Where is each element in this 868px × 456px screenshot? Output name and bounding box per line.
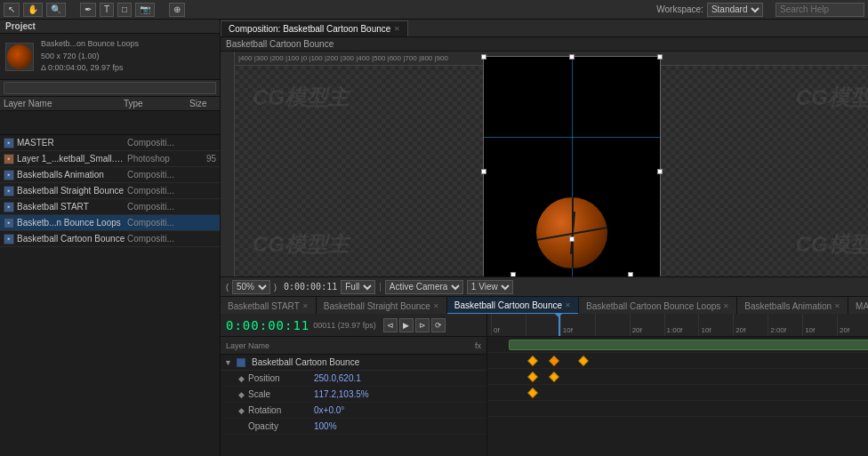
tl-tab-anims-label: Basketballs Animation: [744, 301, 832, 311]
viewer-zoom-paren: ): [274, 283, 277, 292]
ruler-1s20f: 20f: [733, 314, 768, 336]
timeline-fps: 00011 (29.97 fps): [313, 321, 376, 330]
project-search-input[interactable]: [4, 82, 216, 94]
tl-track-position: [487, 353, 868, 369]
timeline-left-controls: 0:00:00:11 00011 (29.97 fps) ⊲ ▶ ⊳ ⟳: [221, 314, 487, 336]
layer-name-psd: Layer 1_...ketball_Small.psd: [17, 154, 127, 164]
layer-row-straight[interactable]: ▪ Basketball Straight Bounce Compositi..…: [0, 183, 220, 199]
layer-name-straight: Basketball Straight Bounce: [17, 186, 127, 196]
tl-keyframe-scale-2[interactable]: [550, 372, 559, 381]
tl-expand-basketball[interactable]: ▼: [224, 358, 233, 367]
layer-row-master[interactable]: ▪ MASTER Compositi...: [0, 135, 220, 151]
tl-tab-master[interactable]: MASTER ✕: [848, 297, 868, 314]
tl-btn-play[interactable]: ▶: [399, 318, 414, 332]
sel-handle-tc: [569, 54, 575, 60]
comp-inner-title-bar: Basketball Cartoon Bounce: [221, 37, 868, 52]
tl-track-bar-main[interactable]: [509, 340, 868, 350]
viewer-camera-select[interactable]: Active Camera: [385, 280, 463, 294]
tl-tab-anims-close[interactable]: ✕: [834, 302, 840, 310]
toolbar-select[interactable]: ↖: [4, 3, 20, 17]
tl-ruler-marks: 0f 10f 20f 1:00f 10f 20f 2:00f 10f 20f 3…: [487, 314, 868, 336]
ruler-15f: [595, 314, 630, 336]
tl-tab-cartoon[interactable]: Basketball Cartoon Bounce ✕: [447, 297, 579, 314]
tl-layer-name-col: Layer Name: [226, 341, 471, 350]
project-search-bar: [0, 80, 220, 97]
tl-btn-loop[interactable]: ⟳: [431, 318, 446, 332]
tl-keyframe-pos-3[interactable]: [579, 356, 589, 365]
project-panel: Project Basketb...on Bounce Loops 500 x …: [0, 20, 220, 135]
basketball-container: [536, 197, 607, 268]
timeline-playhead[interactable]: [559, 314, 560, 336]
timeline-body: Layer Name fx ▼ Basketball Cartoon Bounc…: [221, 337, 868, 456]
tl-keyframe-pos-1[interactable]: [528, 356, 538, 365]
top-toolbar: ↖ ✋ 🔍 ✒ T □ 📷 ⊕ Workspace: Standard: [0, 0, 868, 20]
tl-tab-straight-close[interactable]: ✕: [433, 302, 439, 310]
timeline: 0:00:00:11 00011 (29.97 fps) ⊲ ▶ ⊳ ⟳ 0f: [221, 314, 868, 456]
timeline-timecode[interactable]: 0:00:00:11: [226, 318, 309, 332]
tl-tab-loops[interactable]: Basketball Cartoon Bounce Loops ✕: [579, 297, 737, 314]
tl-tab-loops-label: Basketball Cartoon Bounce Loops: [586, 301, 720, 311]
layer-row-bounce-loops[interactable]: ▪ Basketb...n Bounce Loops Compositi...: [0, 215, 220, 231]
toolbar-hand[interactable]: ✋: [23, 3, 43, 17]
tl-layer-fx-col: fx: [475, 341, 481, 350]
watermark-2: CG模型主: [796, 84, 868, 112]
tl-prop-scale-val[interactable]: 117.2,103.5%: [314, 389, 483, 399]
tl-track-main: [487, 337, 868, 353]
tl-tab-loops-close[interactable]: ✕: [723, 302, 729, 310]
tl-prop-pos-icon: ◆: [238, 374, 245, 383]
viewer-bottom-bar: ( 50% ) 0:00:00:11 Full | Active Camera …: [221, 276, 868, 296]
tl-prop-rot-val[interactable]: 0x+0.0°: [314, 405, 483, 415]
layer-row-start[interactable]: ▪ Basketball START Compositi...: [0, 199, 220, 215]
timeline-transport: ⊲ ▶ ⊳ ⟳: [383, 318, 446, 332]
tl-prop-pos-val[interactable]: 250.0,620.1: [314, 373, 483, 383]
search-help-input[interactable]: [776, 3, 864, 17]
toolbar-shape[interactable]: □: [117, 3, 132, 17]
workspace-select[interactable]: Standard: [707, 3, 763, 17]
layer-type-start: Compositi...: [127, 202, 189, 212]
viewer-zoom-label: (: [226, 283, 229, 292]
tl-track-opacity: [487, 401, 868, 417]
guide-horizontal-1: [484, 137, 660, 138]
project-thumbnail: [5, 43, 34, 71]
sel-handle-rm: [657, 169, 663, 174]
tl-keyframe-scale-1[interactable]: [528, 372, 538, 381]
comp-tab-main-close[interactable]: ✕: [394, 25, 400, 33]
viewer-views-select[interactable]: 1 View: [467, 280, 513, 294]
tl-prop-op-val[interactable]: 100%: [314, 421, 483, 431]
toolbar-pen[interactable]: ✒: [80, 3, 96, 17]
comp-tab-main[interactable]: Composition: Basketball Cartoon Bounce ✕: [221, 20, 408, 36]
tl-btn-next-key[interactable]: ⊳: [415, 318, 430, 332]
tl-tab-start[interactable]: Basketball START ✕: [221, 297, 317, 314]
thumbnail-image: [7, 44, 32, 69]
viewer-zoom-select[interactable]: 50%: [232, 280, 270, 294]
tl-keyframe-pos-2[interactable]: [550, 356, 559, 365]
layer-type-straight: Compositi...: [127, 186, 189, 196]
viewer: |400 |300 |200 |100 |0 |100 |200 |300 |4…: [221, 52, 868, 276]
timeline-top: 0:00:00:11 00011 (29.97 fps) ⊲ ▶ ⊳ ⟳ 0f: [221, 314, 868, 337]
viewer-divider-1: |: [379, 282, 382, 292]
tl-tab-start-close[interactable]: ✕: [302, 302, 309, 310]
ruler-vertical: [221, 52, 235, 276]
toolbar-camera[interactable]: 📷: [135, 3, 155, 17]
tl-tab-cartoon-close[interactable]: ✕: [565, 301, 571, 309]
toolbar-null[interactable]: ⊕: [169, 3, 185, 17]
toolbar-zoom[interactable]: 🔍: [46, 3, 66, 17]
timeline-layer-list: Layer Name fx ▼ Basketball Cartoon Bounc…: [221, 337, 487, 456]
layer-icon-bounce-loops: ▪: [4, 218, 14, 228]
tl-tab-anims[interactable]: Basketballs Animation ✕: [737, 297, 848, 314]
layer-row-anim[interactable]: ▪ Basketballs Animation Compositi...: [0, 167, 220, 183]
tl-layer-basketball[interactable]: ▼ Basketball Cartoon Bounce: [221, 355, 486, 371]
tl-tab-straight[interactable]: Basketball Straight Bounce ✕: [317, 297, 447, 314]
tl-keyframe-rot-1[interactable]: [528, 388, 538, 397]
col-name-header: Layer Name: [4, 99, 120, 108]
sel-handle-lm: [481, 169, 486, 174]
tl-layer-icon-basketball: [237, 358, 245, 367]
viewer-resolution-select[interactable]: Full: [341, 280, 375, 294]
layer-row-cartoon[interactable]: ▪ Basketball Cartoon Bounce Compositi...: [0, 231, 220, 247]
layer-row-psd[interactable]: ▪ Layer 1_...ketball_Small.psd Photoshop…: [0, 151, 220, 167]
tl-btn-prev-key[interactable]: ⊲: [383, 318, 398, 332]
layer-icon-psd: ▪: [4, 154, 14, 164]
toolbar-text[interactable]: T: [100, 3, 114, 17]
basketball: [536, 197, 607, 268]
timeline-ruler: 0f 10f 20f 1:00f 10f 20f 2:00f 10f 20f 3…: [487, 314, 868, 336]
